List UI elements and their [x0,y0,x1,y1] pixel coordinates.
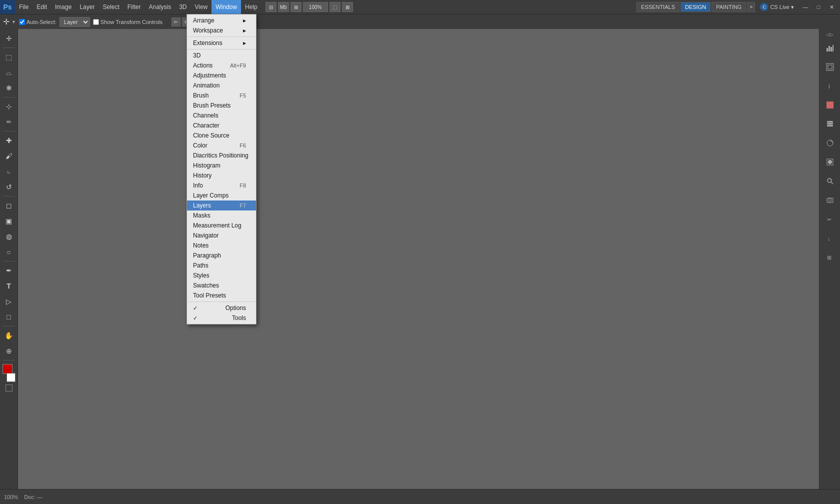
dd-diacritics[interactable]: Diacritics Positioning [187,150,256,160]
svg-text:⊞: ⊞ [827,254,832,260]
dd-3d[interactable]: 3D [187,50,256,60]
menu-window[interactable]: Window [212,0,241,14]
menu-select[interactable]: Select [98,0,123,14]
dd-layer-comps[interactable]: Layer Comps [187,190,256,200]
menu-image[interactable]: Image [51,0,76,14]
dd-swatches[interactable]: Swatches [187,280,256,290]
arrow-panel-btn[interactable]: ↓ [821,229,839,247]
align-left-btn[interactable]: ⊨ [172,18,180,26]
quick-select-btn[interactable]: ❋ [2,80,16,96]
screen-mode-btn[interactable]: ⬚ [330,2,340,12]
camera-panel-btn[interactable] [821,191,839,209]
histogram-panel-btn[interactable] [821,39,839,57]
menu-view[interactable]: View [190,0,212,14]
dd-brush[interactable]: Brush F5 [187,90,256,100]
dd-actions[interactable]: Actions Alt+F9 [187,60,256,70]
menu-help[interactable]: Help [241,0,262,14]
search-panel-btn[interactable] [821,172,839,190]
background-color[interactable] [6,373,16,382]
dd-extensions[interactable]: Extensions [187,38,256,48]
dd-masks[interactable]: Masks [187,210,256,220]
menu-file[interactable]: File [15,0,32,14]
dd-workspace[interactable]: Workspace [187,26,256,36]
panel-collapse-right[interactable]: ▷ [830,32,834,37]
show-transform-checkbox[interactable] [93,19,99,25]
brush-tool-btn[interactable]: 🖌 [2,148,16,164]
menu-layer[interactable]: Layer [76,0,98,14]
dd-options[interactable]: ✓ Options [187,303,256,313]
masks-panel-btn[interactable] [821,153,839,171]
dd-adjustments[interactable]: Adjustments [187,70,256,80]
dd-histogram[interactable]: Histogram [187,160,256,170]
clone-tool-btn[interactable]: ⎁ [2,164,16,179]
gradient-tool-btn[interactable]: ▣ [2,214,16,228]
layers-panel-btn[interactable] [821,115,839,133]
win-minimize-btn[interactable]: — [799,0,812,14]
info-panel-btn[interactable]: i [821,77,839,95]
dd-measurement-log[interactable]: Measurement Log [187,220,256,230]
dd-animation[interactable]: Animation [187,80,256,90]
quick-mask-btn[interactable] [6,384,12,392]
dd-brush-presets[interactable]: Brush Presets [187,100,256,110]
zoom-tool-btn[interactable]: ⊕ [2,344,16,358]
panel-collapse-left[interactable]: ◁ [826,32,830,37]
dd-arrange[interactable]: Arrange [187,16,256,26]
hand-tool-btn[interactable]: ✋ [2,328,16,343]
workspace-painting-btn[interactable]: PAINTING [712,2,746,12]
layer-dropdown[interactable]: Layer Group [60,17,90,27]
dd-tool-presets[interactable]: Tool Presets [187,290,256,300]
menu-edit[interactable]: Edit [32,0,51,14]
bridge-btn[interactable]: Mb [278,2,289,12]
dd-notes[interactable]: Notes [187,240,256,250]
adjustments-panel-btn[interactable] [821,134,839,152]
move-tool-btn[interactable]: ✛ [2,31,16,46]
toolbar-sep-5 [3,261,15,262]
pen-tool-btn[interactable]: ✒ [2,263,16,278]
extras-btn[interactable]: ⊠ [342,2,353,12]
dd-paragraph[interactable]: Paragraph [187,250,256,260]
fix-panel-btn[interactable]: ✂ [821,210,839,228]
cs-live-label[interactable]: CS Live ▾ [770,4,794,10]
dodge-tool-btn[interactable]: ○ [2,244,16,260]
workspace-design-btn[interactable]: DESIGN [680,2,710,12]
marquee-tool-btn[interactable]: ⬚ [2,50,16,64]
lasso-tool-btn[interactable]: ⌓ [2,65,16,80]
history-brush-btn[interactable]: ↺ [2,180,16,194]
healing-tool-btn[interactable]: ✚ [2,133,16,148]
dd-paths[interactable]: Paths [187,260,256,270]
dd-channels[interactable]: Channels [187,110,256,120]
win-close-btn[interactable]: ✕ [825,0,838,14]
dd-styles[interactable]: Styles [187,270,256,280]
workspace-essentials-btn[interactable]: ESSENTIALS [636,2,680,12]
menu-filter[interactable]: Filter [124,0,145,14]
blur-tool-btn[interactable]: ◍ [2,229,16,244]
dd-tool-presets-label: Tool Presets [193,292,226,299]
foreground-color[interactable] [2,364,12,374]
dd-tools[interactable]: ✓ Tools [187,313,256,323]
eyedropper-tool-btn[interactable]: ✏ [2,114,16,130]
view-mode-btn[interactable]: ⊟ [266,2,276,12]
eraser-tool-btn[interactable]: ◻ [2,198,16,213]
dd-color[interactable]: Color F6 [187,140,256,150]
shape-tool-btn[interactable]: □ [2,310,16,324]
type-tool-btn[interactable]: T [2,278,16,294]
dd-navigator[interactable]: Navigator [187,230,256,240]
navigator-panel-btn[interactable] [821,58,839,76]
dd-clone-source[interactable]: Clone Source [187,130,256,140]
color-panel-btn[interactable] [821,96,839,114]
dropdown-section-3: 3D Actions Alt+F9 Adjustments Animation … [187,50,256,302]
arrange-btn[interactable]: ⊞ [290,2,302,12]
scale-panel-btn[interactable]: ⊞ [821,248,839,266]
auto-select-checkbox[interactable] [19,19,25,25]
workspace-more-btn[interactable]: » [747,2,755,12]
menu-analysis[interactable]: Analysis [144,0,175,14]
dd-diacritics-label: Diacritics Positioning [193,152,248,159]
dd-layers[interactable]: Layers F7 [187,200,256,210]
crop-tool-btn[interactable]: ⊹ [2,99,16,114]
dd-info[interactable]: Info F8 [187,180,256,190]
win-restore-btn[interactable]: □ [812,0,825,14]
dd-character[interactable]: Character [187,120,256,130]
dd-history[interactable]: History [187,170,256,180]
path-select-btn[interactable]: ▷ [2,294,16,309]
menu-3d[interactable]: 3D [175,0,190,14]
